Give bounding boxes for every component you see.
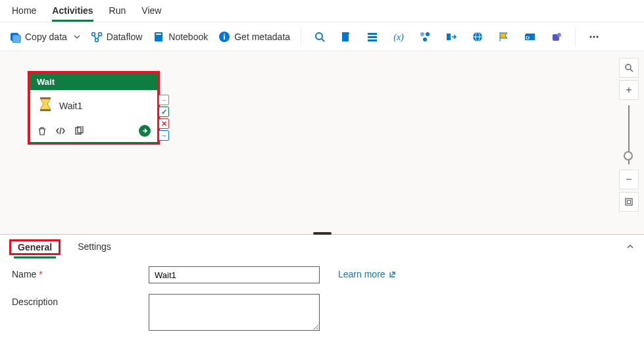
toolbar-separator	[301, 28, 301, 46]
svg-point-4	[95, 38, 98, 41]
zoom-out-button[interactable]: −	[619, 170, 639, 189]
svg-rect-32	[40, 109, 51, 111]
copy-data-icon	[9, 31, 21, 43]
notebook-button[interactable]: Notebook	[153, 31, 208, 43]
top-tab-bar: Home Activities Run View	[0, 0, 644, 22]
svg-text:O: O	[526, 35, 530, 41]
script-icon[interactable]	[338, 29, 354, 45]
svg-rect-12	[368, 33, 377, 35]
zoom-fit-button[interactable]	[619, 192, 639, 212]
on-skip-port[interactable]: →	[159, 130, 169, 141]
svg-point-9	[316, 33, 322, 39]
on-success-port[interactable]: ✓	[159, 107, 169, 117]
panel-tab-settings[interactable]: Settings	[74, 239, 115, 256]
top-tab-view[interactable]: View	[141, 5, 161, 22]
activity-type-label: Wait	[30, 74, 157, 90]
description-field-label: Description	[12, 294, 137, 307]
svg-line-10	[322, 39, 324, 41]
svg-point-16	[420, 32, 424, 36]
copy-data-button[interactable]: Copy data	[9, 31, 80, 43]
canvas-search-icon[interactable]	[619, 58, 639, 78]
zoom-slider[interactable]	[628, 105, 630, 164]
svg-point-18	[423, 37, 427, 41]
toolbar-separator-2	[575, 28, 576, 46]
svg-point-17	[426, 32, 430, 36]
top-tab-activities[interactable]: Activities	[52, 5, 93, 22]
learn-more-link[interactable]: Learn more	[338, 266, 396, 279]
svg-rect-38	[628, 201, 631, 204]
svg-rect-19	[447, 34, 451, 40]
more-icon[interactable]	[586, 29, 602, 45]
general-tab-highlight: General	[9, 239, 61, 255]
svg-point-29	[593, 36, 595, 37]
panel-tab-general[interactable]: General	[14, 239, 56, 258]
panel-resize-grip[interactable]	[313, 232, 332, 235]
dataflow-label: Dataflow	[107, 32, 142, 42]
run-activity-icon[interactable]	[139, 125, 151, 137]
dataflow-icon	[91, 31, 103, 43]
panel-body: Name * Learn more Description	[0, 256, 644, 352]
notebook-label: Notebook	[168, 32, 208, 42]
svg-point-27	[557, 33, 561, 37]
notebook-icon	[153, 31, 164, 43]
dataflow-button[interactable]: Dataflow	[91, 31, 142, 43]
activity-name-label: Wait1	[59, 101, 82, 111]
top-tab-run[interactable]: Run	[109, 5, 126, 22]
on-fail-port[interactable]: ✕	[159, 118, 169, 129]
svg-point-30	[597, 36, 599, 37]
chevron-down-icon	[74, 34, 80, 40]
on-completion-port[interactable]: →	[159, 95, 169, 105]
invoke-icon[interactable]	[443, 29, 459, 45]
name-input[interactable]	[149, 266, 320, 283]
selection-highlight: Wait Wait1	[28, 71, 160, 145]
svg-text:(x): (x)	[393, 32, 404, 43]
panel-tab-bar: General Settings	[0, 235, 644, 256]
flag-icon[interactable]	[496, 29, 512, 45]
code-icon[interactable]	[55, 126, 66, 136]
wait-activity-card[interactable]: Wait Wait1	[30, 73, 158, 143]
external-link-icon	[388, 270, 396, 278]
name-field-label: Name *	[12, 266, 137, 279]
svg-point-3	[98, 32, 101, 36]
teams-icon[interactable]	[549, 29, 564, 45]
zoom-in-button[interactable]: +	[619, 80, 639, 100]
svg-point-2	[91, 32, 95, 36]
delete-icon[interactable]	[37, 126, 47, 136]
zoom-slider-handle[interactable]	[624, 151, 633, 160]
svg-rect-11	[342, 32, 349, 41]
activity-toolbar: Copy data Dataflow Notebook i Get metada…	[0, 22, 644, 51]
lookup-icon[interactable]	[312, 29, 328, 45]
svg-point-35	[626, 64, 631, 70]
list-icon[interactable]	[364, 29, 380, 45]
pipeline-icon[interactable]	[417, 29, 433, 45]
outlook-icon[interactable]: O	[522, 29, 538, 45]
svg-rect-31	[40, 97, 51, 99]
get-metadata-button[interactable]: i Get metadata	[218, 31, 290, 43]
pipeline-canvas[interactable]: Wait Wait1	[0, 51, 644, 234]
copy-data-label: Copy data	[25, 32, 67, 42]
canvas-zoom-controls: + −	[619, 58, 639, 212]
svg-rect-37	[626, 199, 632, 205]
copy-icon[interactable]	[74, 126, 84, 136]
description-textarea[interactable]	[149, 294, 320, 331]
top-tab-home[interactable]: Home	[12, 5, 36, 22]
panel-collapse-icon[interactable]	[626, 242, 635, 253]
hourglass-icon	[38, 97, 53, 114]
svg-point-28	[590, 36, 592, 37]
get-metadata-label: Get metadata	[234, 32, 290, 42]
svg-rect-13	[368, 36, 377, 38]
variable-icon[interactable]: (x)	[391, 29, 407, 45]
web-icon[interactable]	[470, 29, 485, 45]
svg-rect-1	[12, 35, 20, 43]
info-icon: i	[218, 31, 230, 43]
properties-panel: General Settings Name * Learn more Descr…	[0, 234, 644, 359]
activity-output-ports: → ✓ ✕ →	[159, 95, 169, 141]
svg-line-36	[630, 69, 633, 72]
svg-rect-14	[368, 39, 377, 41]
svg-rect-6	[156, 34, 161, 35]
